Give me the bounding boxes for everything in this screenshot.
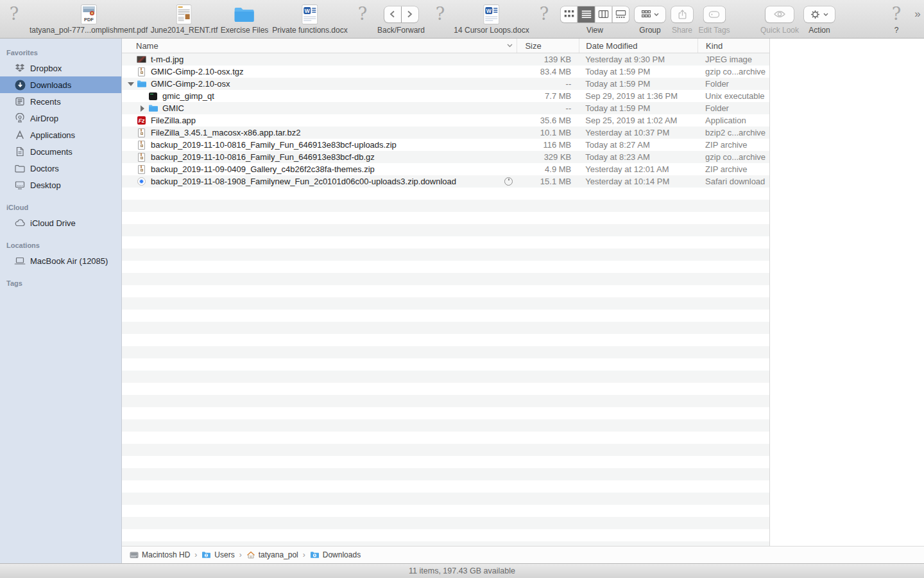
view-segmented-control [561, 6, 629, 22]
share-icon [678, 10, 687, 19]
dropbox-icon [14, 62, 26, 74]
toolbar-overflow[interactable]: » [914, 8, 919, 21]
breadcrumb-separator-icon: › [194, 550, 197, 559]
toolbar-item-label: June2014_RENT.rtf [151, 26, 218, 35]
table-row[interactable]: t-m-d.jpg 139 KB Yesterday at 9:30 PM JP… [122, 53, 769, 66]
archive-doc-icon [136, 164, 147, 175]
toolbar-item-pdf-file[interactable]: PDF tatyana_pol-777...omplishment.pdf [30, 3, 148, 35]
disclosure-collapsed-icon[interactable] [139, 105, 146, 112]
toolbar-item-exercise-files-folder[interactable]: Exercise Files [221, 3, 269, 35]
group-icon [642, 10, 651, 18]
breadcrumb-macintosh-hd[interactable]: Macintosh HD [130, 550, 190, 559]
unix-executable-icon [148, 91, 158, 101]
svg-text:W: W [486, 7, 492, 13]
toolbar-item-word-file-2[interactable]: W 14 Cursor Loops.docx [454, 3, 529, 35]
sidebar-item-applications[interactable]: Applications [0, 127, 121, 143]
content-right-gutter [770, 39, 924, 546]
downloads-icon [14, 79, 26, 91]
column-header-size[interactable]: Size [517, 39, 579, 53]
sidebar-item-macbook-air[interactable]: MacBook Air (12085) [0, 252, 121, 269]
back-button[interactable] [384, 6, 401, 22]
list-column-headers: Name Size Date Modified Kind [122, 39, 769, 53]
word-file-icon: W [272, 3, 347, 25]
column-header-kind[interactable]: Kind [697, 39, 769, 53]
action-button[interactable] [804, 6, 835, 22]
question-mark-icon: ? [892, 4, 901, 24]
question-mark-icon: ? [436, 4, 445, 24]
toolbar-item-action: Action [804, 3, 835, 35]
table-row[interactable]: backup_2019-11-08-1908_Familynew_Fun_2c0… [122, 175, 769, 188]
sidebar-item-doctors[interactable]: Doctors [0, 160, 121, 177]
breadcrumb-home[interactable]: tatyana_pol [246, 550, 298, 559]
view-list-segment[interactable] [578, 6, 595, 22]
sidebar-item-desktop[interactable]: Desktop [0, 177, 121, 193]
group-button[interactable] [635, 6, 665, 22]
applications-icon [14, 129, 26, 141]
edit-tags-button[interactable] [703, 6, 725, 22]
download-progress-icon [504, 177, 513, 186]
documents-icon [14, 146, 26, 157]
toolbar-item-group: Group [635, 3, 665, 35]
toolbar-item-label: Exercise Files [221, 26, 269, 35]
chevron-right-icon [407, 10, 413, 18]
chevron-down-icon [654, 13, 659, 16]
forward-button[interactable] [402, 6, 418, 22]
sidebar-item-icloud-drive[interactable]: iCloud Drive [0, 215, 121, 231]
toolbar-item-label: Group [635, 26, 665, 35]
table-row[interactable]: GMIC-Gimp-2.10-osx.tgz 83.4 MB Today at … [122, 66, 769, 78]
breadcrumb-downloads[interactable]: Downloads [310, 550, 361, 559]
finder-window: ? PDF tatyana_pol-777...omplishment.pdf … [0, 0, 924, 578]
folder-icon [221, 3, 269, 25]
toolbar-item-rtf-file[interactable]: June2014_RENT.rtf [151, 3, 218, 35]
table-row[interactable]: backup_2019-11-09-0409_Gallery_c4b26f2c3… [122, 163, 769, 175]
sidebar-item-downloads[interactable]: Downloads [0, 76, 121, 93]
breadcrumb-separator-icon: › [239, 550, 242, 559]
table-row[interactable]: FzFileZilla.app 35.6 MB Sep 25, 2019 at … [122, 114, 769, 127]
archive-doc-icon [136, 67, 147, 77]
folder-icon [136, 79, 147, 89]
sidebar-item-recents[interactable]: Recents [0, 93, 121, 110]
file-list: t-m-d.jpg 139 KB Yesterday at 9:30 PM JP… [122, 53, 769, 546]
toolbar-item-missing-5[interactable]: ? ? [892, 3, 901, 35]
column-header-name[interactable]: Name [122, 39, 517, 53]
table-row[interactable]: GMIC -- Today at 1:59 PM Folder [122, 102, 769, 114]
share-button[interactable] [671, 6, 693, 22]
toolbar-item-missing-4[interactable]: ? [540, 3, 549, 25]
breadcrumb-separator-icon: › [303, 550, 305, 559]
toolbar-item-missing-1[interactable]: ? [10, 3, 19, 25]
view-icons-segment[interactable] [561, 6, 578, 22]
toolbar-item-missing-3[interactable]: ? [436, 3, 445, 25]
question-mark-icon: ? [540, 4, 549, 24]
table-row[interactable]: gmic_gimp_qt 7.7 MB Sep 29, 2019 at 1:36… [122, 90, 769, 102]
table-row[interactable]: FileZilla_3.45.1_macosx-x86.app.tar.bz2 … [122, 127, 769, 139]
toolbar-item-edit-tags: Edit Tags [698, 3, 730, 35]
columns-view-icon [599, 10, 609, 18]
toolbar-item-label: tatyana_pol-777...omplishment.pdf [30, 26, 148, 35]
view-columns-segment[interactable] [595, 6, 612, 22]
sidebar-item-documents[interactable]: Documents [0, 143, 121, 160]
sidebar-item-airdrop[interactable]: AirDrop [0, 110, 121, 127]
quick-look-button[interactable] [766, 6, 794, 22]
table-row[interactable]: GMIC-Gimp-2.10-osx -- Today at 1:59 PM F… [122, 78, 769, 90]
gallery-view-icon [616, 10, 626, 18]
tag-icon [709, 11, 720, 18]
disclosure-expanded-icon[interactable] [127, 82, 135, 86]
view-gallery-segment[interactable] [613, 6, 629, 22]
laptop-icon [14, 255, 26, 267]
archive-doc-icon [136, 140, 147, 150]
path-bar: Macintosh HD › Users › tatyana_pol › Dow… [122, 546, 924, 563]
status-bar: 11 items, 197.43 GB available [0, 563, 924, 578]
breadcrumb-users[interactable]: Users [201, 550, 234, 559]
hard-drive-icon [130, 551, 139, 559]
svg-text:W: W [305, 7, 311, 13]
sidebar-item-dropbox[interactable]: Dropbox [0, 60, 121, 76]
toolbar-item-word-file-1[interactable]: W Private functions.docx [272, 3, 347, 35]
table-row[interactable]: backup_2019-11-10-0816_Family_Fun_646913… [122, 139, 769, 151]
column-header-date-modified[interactable]: Date Modified [579, 39, 697, 53]
table-row[interactable]: backup_2019-11-10-0816_Family_Fun_646913… [122, 151, 769, 163]
toolbar-item-missing-2[interactable]: ? [358, 3, 367, 25]
downloads-folder-icon [310, 551, 320, 559]
filezilla-app-icon: Fz [136, 116, 147, 126]
list-view-icon [581, 10, 591, 18]
sidebar: Favorites Dropbox Downloads Recents AirD… [0, 39, 122, 563]
